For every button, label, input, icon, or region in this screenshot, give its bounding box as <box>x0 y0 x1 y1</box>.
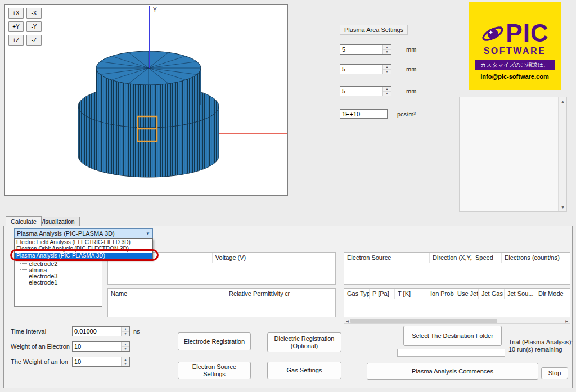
spin-up-icon[interactable]: ▲ <box>383 45 391 50</box>
results-scrollbar[interactable]: ▲ ▼ <box>558 97 566 211</box>
top-face-spokes <box>96 51 201 85</box>
column-header-jet-source[interactable]: Jet Sou... <box>505 289 536 299</box>
plasma-density-input[interactable] <box>340 109 388 119</box>
plasma-size-z-unit: mm <box>406 88 416 94</box>
analysis-option-electron-orbit[interactable]: Electron Orbit Analysis (PIC-ELECTRON 3D… <box>15 246 152 253</box>
tab-visualization-label: Visualization <box>40 218 75 225</box>
electron-source-table[interactable]: Electron Source Direction (X,Y,Z) Speed … <box>344 252 570 285</box>
gas-table[interactable]: Gas Type P [Pa] T [K] Ion Prob Use Jet J… <box>344 288 570 317</box>
column-header-direction[interactable]: Direction (X,Y,Z) <box>430 253 472 263</box>
stop-button[interactable]: Stop <box>541 367 568 379</box>
calculate-tab-panel: Plasma Analysis (PIC-PLASMA 3D) ▼ Electr… <box>3 226 573 388</box>
tree-branch-icon <box>20 269 27 270</box>
spin-down-icon[interactable]: ▼ <box>122 332 129 336</box>
tab-calculate-label: Calculate <box>11 218 37 225</box>
analysis-type-selected: Plasma Analysis (PIC-PLASMA 3D) <box>15 229 143 238</box>
scroll-down-icon[interactable]: ▼ <box>559 203 567 211</box>
view-axis-button-plus-z[interactable]: +Z <box>8 35 24 46</box>
electron-weight-label: Weight of an Electron <box>11 343 70 350</box>
column-header-pressure[interactable]: P [Pa] <box>370 289 395 299</box>
view-axis-buttons: +X -X +Y -Y +Z -Z <box>8 8 42 46</box>
electron-source-settings-button[interactable]: Electron Source Settings <box>178 362 251 379</box>
time-interval-unit: ns <box>133 328 140 335</box>
tab-visualization[interactable]: Visualization <box>35 217 80 226</box>
column-header-electron-source[interactable]: Electron Source <box>344 253 430 263</box>
plasma-size-z-value[interactable] <box>340 87 382 96</box>
ion-weight-input[interactable]: ▲▼ <box>72 357 130 367</box>
logo-banner: PIC SOFTWARE カスタマイズのご相談は、 info@pic-softw… <box>469 2 561 90</box>
time-interval-value[interactable] <box>73 327 121 336</box>
gas-settings-button[interactable]: Gas Settings <box>267 362 341 379</box>
analysis-type-options-list: Electric Field Analysis (ELECTRIC-FIELD … <box>14 238 153 260</box>
dielectric-registration-button[interactable]: Dielectric Registration (Optional) <box>267 332 341 352</box>
column-header-permittivity[interactable]: Relative Permittivity εr <box>226 289 335 299</box>
spin-down-icon[interactable]: ▼ <box>122 362 129 367</box>
spin-up-icon[interactable]: ▲ <box>122 327 129 332</box>
analysis-option-plasma[interactable]: Plasma Analysis (PIC-PLASMA 3D) <box>15 253 152 259</box>
analysis-option-electric-field[interactable]: Electric Field Analysis (ELECTRIC-FIELD … <box>15 239 152 246</box>
logo-email[interactable]: info@pic-software.com <box>480 73 548 80</box>
spin-up-icon[interactable]: ▲ <box>383 87 391 92</box>
spin-up-icon[interactable]: ▲ <box>383 65 391 70</box>
progress-bar <box>397 349 505 357</box>
scrollbar-thumb[interactable] <box>350 319 497 323</box>
spin-down-icon[interactable]: ▼ <box>383 70 391 74</box>
column-header-dir-mode[interactable]: Dir Mode <box>536 289 570 299</box>
electron-weight-value[interactable] <box>73 342 121 351</box>
view-axis-button-plus-y[interactable]: +Y <box>8 21 24 32</box>
select-destination-folder-button[interactable]: Select The Destination Folder <box>403 326 502 346</box>
column-header-voltage[interactable]: Voltage (V) <box>213 253 335 263</box>
tree-branch-icon <box>20 276 27 276</box>
column-header-temperature[interactable]: T [K] <box>395 289 428 299</box>
view-axis-button-plus-x[interactable]: +X <box>8 8 24 19</box>
tree-branch-icon <box>20 282 27 282</box>
spin-down-icon[interactable]: ▼ <box>383 92 391 96</box>
column-header-electrons[interactable]: Electrons (count/ns) <box>502 253 570 263</box>
results-panel: ▲ ▼ <box>459 97 567 212</box>
model-canvas[interactable]: Y <box>5 5 287 195</box>
tree-item-electrode3[interactable]: electrode3 <box>20 273 100 279</box>
electrode-registration-button[interactable]: Electrode Registration <box>178 332 251 350</box>
column-header-speed[interactable]: Speed <box>472 253 502 263</box>
plasma-density-unit: pcs/m³ <box>397 111 416 118</box>
column-header-jet-gas[interactable]: Jet Gas <box>479 289 505 299</box>
chevron-down-icon[interactable]: ▼ <box>143 229 152 238</box>
column-header-name[interactable]: Name <box>108 289 226 299</box>
tree-item-almina[interactable]: almina <box>20 267 100 273</box>
tree-branch-icon <box>20 263 27 264</box>
scroll-right-icon[interactable]: ▶ <box>564 319 570 323</box>
dielectric-table[interactable]: Name Relative Permittivity εr <box>107 288 336 317</box>
spin-up-icon[interactable]: ▲ <box>122 342 129 347</box>
model-cylinder-upper <box>96 51 201 105</box>
time-interval-input[interactable]: ▲▼ <box>72 326 130 336</box>
gas-table-hscrollbar[interactable]: ◀ ▶ <box>344 318 570 324</box>
ion-weight-value[interactable] <box>73 357 121 366</box>
column-header-use-jet[interactable]: Use Jet <box>454 289 479 299</box>
plasma-analysis-commence-button[interactable]: Plasma Analysis Commences <box>367 363 538 380</box>
analysis-type-dropdown[interactable]: Plasma Analysis (PIC-PLASMA 3D) ▼ <box>14 228 153 238</box>
plasma-size-x-input[interactable]: ▲▼ <box>340 44 392 55</box>
logo-brand: PIC <box>506 21 548 45</box>
spin-up-icon[interactable]: ▲ <box>122 357 129 362</box>
ion-weight-label: The Weight of an Ion <box>11 358 68 365</box>
view-axis-button-minus-y[interactable]: -Y <box>26 21 42 32</box>
view-axis-button-minus-z[interactable]: -Z <box>26 35 42 46</box>
spin-down-icon[interactable]: ▼ <box>122 347 129 352</box>
plasma-size-y-input[interactable]: ▲▼ <box>340 64 392 74</box>
column-header-gas-type[interactable]: Gas Type <box>344 289 370 299</box>
view-axis-button-minus-x[interactable]: -X <box>26 8 42 19</box>
logo-tagline: カスタマイズのご相談は、 <box>475 60 555 70</box>
plasma-size-y-value[interactable] <box>340 65 382 74</box>
plasma-size-x-value[interactable] <box>340 45 382 54</box>
tree-item-electrode2[interactable]: electrode2 <box>20 260 100 267</box>
column-header-ion-prob[interactable]: Ion Prob <box>428 289 454 299</box>
tab-calculate[interactable]: Calculate <box>6 216 42 226</box>
plasma-size-z-input[interactable]: ▲▼ <box>340 86 392 96</box>
scroll-up-icon[interactable]: ▲ <box>559 97 567 106</box>
electron-weight-input[interactable]: ▲▼ <box>72 341 130 352</box>
scroll-left-icon[interactable]: ◀ <box>344 319 350 323</box>
tree-item-electrode1[interactable]: electrode1 <box>20 279 100 285</box>
y-axis-label: Y <box>153 7 157 13</box>
spin-down-icon[interactable]: ▼ <box>383 50 391 55</box>
3d-viewport[interactable]: +X -X +Y -Y +Z -Z <box>4 4 288 196</box>
